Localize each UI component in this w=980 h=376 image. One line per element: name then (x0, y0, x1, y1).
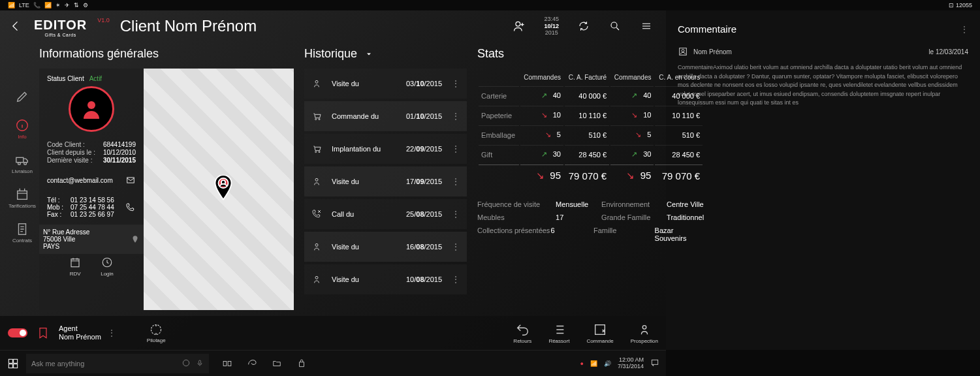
explorer-icon[interactable] (265, 354, 289, 373)
map-pin-icon (213, 175, 234, 196)
taskbar-search[interactable]: Ask me anything (26, 354, 209, 373)
status-left: 📶LTE📞📶✶✈⇅⚙ (8, 2, 92, 8)
agent-block[interactable]: AgentNom Prénom ⋮ (59, 324, 116, 341)
svg-point-8 (87, 101, 95, 109)
more-icon[interactable]: ⋮ (451, 144, 460, 154)
status-label: Status Client (47, 75, 84, 82)
history-item[interactable]: Implantation du22/09/2015⋮ (304, 134, 467, 164)
stats-kv-block: Fréquence de visiteMensuelleEnvironnemen… (477, 200, 704, 242)
more-icon[interactable]: ⋮ (451, 274, 460, 285)
tray-record-icon[interactable]: ● (580, 360, 584, 367)
version-label: V1.0 (97, 17, 110, 24)
sidenav-edit[interactable] (5, 84, 39, 110)
edge-icon[interactable] (240, 354, 264, 373)
comment-title: Commentaire (678, 24, 736, 35)
svg-rect-29 (8, 364, 12, 368)
avatar (69, 86, 114, 132)
svg-rect-34 (228, 361, 231, 366)
client-info-card: Status Client Actif Code Client :6844141… (39, 69, 144, 310)
stat-kv-row: Meubles17Grande FamilleTraditionnel (477, 213, 704, 221)
phone-block[interactable]: Tél :01 23 14 58 56 Mob :07 25 44 78 44 … (47, 196, 136, 218)
section-history-title[interactable]: Historique (304, 47, 467, 61)
footer-actions: RetoursRéassortCommandeProspection (513, 322, 658, 344)
bookmark-icon[interactable] (37, 326, 50, 339)
history-item[interactable]: Visite du17/09/2015⋮ (304, 166, 467, 196)
svg-point-24 (642, 325, 646, 329)
history-list: Visite du03/10/2015⋮Commande du01/10/201… (304, 69, 467, 294)
more-icon[interactable]: ⋮ (451, 111, 460, 121)
search-icon[interactable] (609, 20, 622, 33)
svg-point-31 (183, 360, 189, 366)
refresh-icon[interactable] (577, 20, 590, 33)
stats-row: Papeterie↘ 1010 110 €↘ 1010 110 € (479, 106, 703, 124)
stats-header-row: CommandesC. A. FacturéCommandesC. A. en … (479, 70, 703, 85)
start-button[interactable] (3, 353, 24, 374)
footer-Commande[interactable]: Commande (586, 322, 613, 344)
task-view-icon[interactable] (215, 354, 239, 373)
svg-point-17 (315, 151, 317, 153)
app-header: EDITOR Gifts & Cards V1.0 Client Nom Pré… (0, 10, 666, 42)
tray-volume-icon[interactable]: 🔊 (604, 360, 611, 367)
menu-icon[interactable] (640, 20, 653, 33)
comment-body: CommentaireAximod ulatio berit volum aut… (678, 63, 968, 108)
history-item[interactable]: Call du25/08/2015⋮ (304, 199, 467, 229)
footer-Prospection[interactable]: Prospection (631, 322, 658, 344)
more-icon[interactable]: ⋮ (451, 176, 460, 187)
svg-point-14 (315, 80, 318, 83)
cortana-icon[interactable] (182, 358, 191, 369)
svg-rect-30 (14, 364, 18, 368)
svg-rect-10 (71, 259, 79, 267)
rdv-button[interactable]: RDV (69, 257, 81, 277)
stat-kv-row: Fréquence de visiteMensuelleEnvironnemen… (477, 200, 704, 208)
email-row[interactable]: contact@webmail.com (47, 173, 136, 187)
map[interactable] (144, 69, 294, 310)
history-item[interactable]: Visite du10/08/2015⋮ (304, 264, 467, 294)
svg-point-0 (516, 22, 520, 26)
stats-table: CommandesC. A. FacturéCommandesC. A. en … (477, 69, 704, 187)
add-user-icon[interactable] (513, 20, 526, 33)
pilotage-button[interactable]: Pilotage (147, 323, 166, 343)
svg-point-16 (319, 119, 320, 120)
app-footer: AgentNom Prénom ⋮ Pilotage RetoursRéasso… (0, 316, 666, 350)
store-icon[interactable] (290, 354, 313, 373)
footer-Retours[interactable]: Retours (513, 322, 531, 344)
svg-rect-35 (652, 360, 657, 364)
pin-icon (131, 235, 140, 244)
footer-Réassort[interactable]: Réassort (548, 322, 569, 344)
sidenav-Info[interactable]: Info (5, 113, 39, 145)
svg-rect-23 (595, 324, 605, 334)
back-button[interactable] (8, 18, 24, 34)
more-icon[interactable]: ⋮ (451, 78, 460, 89)
history-item[interactable]: Commande du01/10/2015⋮ (304, 101, 467, 131)
windows-taskbar[interactable]: Ask me anything ● 📶 🔊 12:00 AM7/31/2014 (0, 350, 666, 376)
page-title: Client Nom Prénom (120, 17, 503, 35)
comment-more-icon[interactable]: ⋮ (960, 25, 968, 34)
svg-rect-6 (18, 191, 27, 200)
mic-icon[interactable] (196, 359, 204, 368)
stats-body: Carterie↗ 4040 000 €↗ 4040 000 €Papeteri… (479, 86, 703, 186)
more-icon[interactable]: ⋮ (451, 209, 460, 219)
stats-row: Carterie↗ 4040 000 €↗ 4040 000 € (479, 86, 703, 104)
svg-point-4 (18, 163, 21, 165)
login-button[interactable]: Login (101, 257, 114, 277)
sidenav-Livraison[interactable]: Livraison (5, 148, 39, 180)
svg-rect-9 (127, 178, 134, 183)
sidenav-Tarifications[interactable]: Tarifications (5, 182, 39, 214)
tray-wifi-icon[interactable]: 📶 (590, 360, 597, 367)
address-block[interactable]: N° Rue Adresse 75008 Ville PAYS (39, 225, 144, 254)
status-right: ⊡ 12055 (949, 2, 972, 8)
svg-rect-28 (14, 359, 18, 363)
sidenav-Contrats[interactable]: Contrats (5, 217, 39, 249)
history-item[interactable]: Visite du16/08/2015⋮ (304, 232, 467, 262)
svg-point-5 (24, 163, 27, 165)
more-icon[interactable]: ⋮ (451, 242, 460, 252)
svg-point-20 (315, 243, 318, 246)
svg-point-15 (315, 119, 317, 120)
svg-rect-32 (199, 360, 201, 364)
svg-rect-33 (223, 361, 227, 366)
more-icon[interactable]: ⋮ (108, 328, 116, 337)
history-item[interactable]: Visite du03/10/2015⋮ (304, 69, 467, 99)
stats-row: Gift↗ 3028 450 €↗ 3028 450 € (479, 145, 703, 163)
toggle-switch[interactable] (8, 328, 27, 337)
notification-icon[interactable] (650, 358, 659, 369)
